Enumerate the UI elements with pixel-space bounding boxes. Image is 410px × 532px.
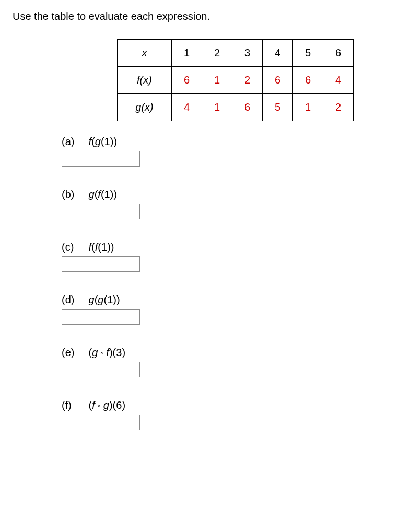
question-c: (c) f(f(1)) xyxy=(62,241,397,272)
question-c-expr: f(f(1)) xyxy=(89,241,114,253)
compose-icon: ∘ xyxy=(95,403,103,410)
question-f-expr: (f∘g)(6) xyxy=(89,399,125,411)
header-col-5: 5 xyxy=(293,40,323,67)
question-b-expr: g(f(1)) xyxy=(89,188,117,200)
g-val-3: 6 xyxy=(232,94,263,121)
header-col-4: 4 xyxy=(263,40,293,67)
g-val-2: 1 xyxy=(202,94,232,121)
function-table: x 1 2 3 4 5 6 f(x) 6 1 2 6 6 4 g(x) 4 1 … xyxy=(117,39,354,121)
header-col-1: 1 xyxy=(172,40,202,67)
question-e-expr: (g∘f)(3) xyxy=(89,347,125,358)
table-row-g: g(x) 4 1 6 5 1 2 xyxy=(118,94,354,121)
question-f-letter: (f) xyxy=(62,399,86,411)
table-row-f: f(x) 6 1 2 6 6 4 xyxy=(118,67,354,94)
question-d: (d) g(g(1)) xyxy=(62,294,397,325)
questions-list: (a) f(g(1)) (b) g(f(1)) (c) f(f(1)) (d) … xyxy=(62,136,397,430)
function-table-wrapper: x 1 2 3 4 5 6 f(x) 6 1 2 6 6 4 g(x) 4 1 … xyxy=(117,39,397,121)
answer-input-e[interactable] xyxy=(62,362,140,377)
question-a-letter: (a) xyxy=(62,136,86,148)
question-b-letter: (b) xyxy=(62,188,86,200)
question-d-expr: g(g(1)) xyxy=(89,294,120,305)
instruction-text: Use the table to evaluate each expressio… xyxy=(13,10,397,22)
g-val-5: 1 xyxy=(293,94,323,121)
answer-input-d[interactable] xyxy=(62,309,140,325)
question-e-letter: (e) xyxy=(62,347,86,359)
answer-input-c[interactable] xyxy=(62,256,140,272)
header-x: x xyxy=(118,40,172,67)
question-c-letter: (c) xyxy=(62,241,86,253)
header-col-6: 6 xyxy=(323,40,354,67)
f-val-3: 2 xyxy=(232,67,263,94)
answer-input-f[interactable] xyxy=(62,415,140,430)
question-d-letter: (d) xyxy=(62,294,86,306)
g-val-1: 4 xyxy=(172,94,202,121)
table-row-header: x 1 2 3 4 5 6 xyxy=(118,40,354,67)
question-a: (a) f(g(1)) xyxy=(62,136,397,167)
question-b: (b) g(f(1)) xyxy=(62,188,397,219)
f-val-4: 6 xyxy=(263,67,293,94)
question-f: (f) (f∘g)(6) xyxy=(62,399,397,430)
f-val-5: 6 xyxy=(293,67,323,94)
row-g-label: g(x) xyxy=(135,101,153,113)
row-f-label: f(x) xyxy=(137,74,152,86)
header-col-3: 3 xyxy=(232,40,263,67)
f-val-1: 6 xyxy=(172,67,202,94)
question-e: (e) (g∘f)(3) xyxy=(62,347,397,377)
compose-icon: ∘ xyxy=(98,350,106,357)
g-val-4: 5 xyxy=(263,94,293,121)
question-a-expr: f(g(1)) xyxy=(89,136,117,147)
header-col-2: 2 xyxy=(202,40,232,67)
f-val-6: 4 xyxy=(323,67,354,94)
answer-input-a[interactable] xyxy=(62,151,140,167)
answer-input-b[interactable] xyxy=(62,204,140,219)
f-val-2: 1 xyxy=(202,67,232,94)
g-val-6: 2 xyxy=(323,94,354,121)
